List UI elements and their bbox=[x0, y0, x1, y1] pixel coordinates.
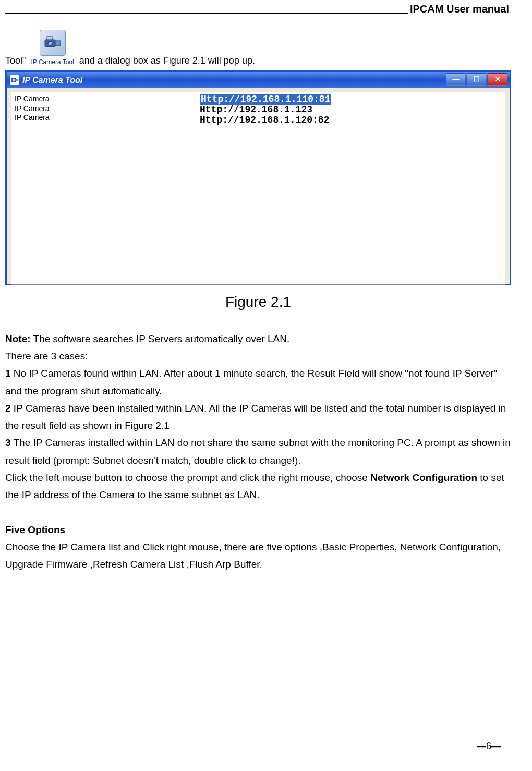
five-options-text: Choose the IP Camera list and Click righ… bbox=[5, 538, 511, 573]
svg-rect-2 bbox=[55, 41, 61, 46]
case1-num: 1 bbox=[5, 368, 11, 379]
note-text: The software searches IP Servers automat… bbox=[31, 333, 290, 344]
svg-rect-3 bbox=[47, 37, 52, 40]
intro-post-text: and a dialog box as Figure 2.1 will pop … bbox=[79, 53, 255, 69]
titlebar-app-icon bbox=[10, 75, 19, 85]
click-text-pre: Click the left mouse button to choose th… bbox=[5, 472, 370, 483]
camera-name-column: IP Camera IP Camera IP Camera bbox=[15, 94, 200, 282]
window-body: IP Camera IP Camera IP Camera Http://192… bbox=[7, 88, 510, 284]
svg-point-1 bbox=[48, 41, 52, 45]
intro-line: Tool" IP Camera Tool and a dialog box as… bbox=[5, 29, 511, 68]
window-close-button[interactable]: ✕ bbox=[488, 73, 507, 86]
network-configuration-label: Network Configuration bbox=[370, 472, 477, 483]
page-header-title: IPCAM User manual bbox=[408, 0, 511, 18]
figure-caption: Figure 2.1 bbox=[5, 290, 511, 315]
window-minimize-button[interactable]: — bbox=[446, 73, 466, 86]
case1-text: No IP Cameras found within LAN. After ab… bbox=[5, 368, 497, 396]
list-item-url[interactable]: Http://192.168.1.120:82 bbox=[200, 115, 331, 126]
page-number: —6— bbox=[477, 738, 501, 754]
list-item[interactable]: IP Camera bbox=[15, 94, 50, 104]
case3-text: The IP Cameras installed within LAN do n… bbox=[5, 437, 511, 465]
ip-camera-tool-shortcut-icon: IP Camera Tool bbox=[30, 29, 75, 68]
list-item-url[interactable]: Http://192.168.1.123 bbox=[200, 105, 331, 115]
ip-camera-tool-window: IP Camera Tool — ☐ ✕ IP Camera IP Camera… bbox=[5, 70, 511, 285]
window-titlebar: IP Camera Tool — ☐ ✕ bbox=[7, 72, 510, 88]
list-item-url[interactable]: Http://192.168.1.110:81 bbox=[200, 94, 331, 105]
icon-caption: IP Camera Tool bbox=[31, 57, 74, 67]
intro-pre-text: Tool" bbox=[5, 53, 26, 69]
window-title: IP Camera Tool bbox=[22, 73, 82, 87]
camera-icon bbox=[40, 30, 66, 56]
case2-num: 2 bbox=[5, 403, 11, 414]
note-label: Note: bbox=[5, 333, 31, 344]
camera-list-area[interactable]: IP Camera IP Camera IP Camera Http://192… bbox=[11, 92, 505, 285]
cases-intro: There are 3 cases: bbox=[5, 347, 511, 365]
camera-url-column: Http://192.168.1.110:81 Http://192.168.1… bbox=[200, 94, 331, 282]
svg-rect-6 bbox=[16, 79, 18, 81]
case2-text: IP Cameras have been installed within LA… bbox=[5, 403, 506, 431]
list-item[interactable]: IP Camera bbox=[15, 113, 200, 123]
svg-point-5 bbox=[13, 79, 15, 81]
five-options-heading: Five Options bbox=[5, 521, 511, 538]
window-maximize-button[interactable]: ☐ bbox=[467, 73, 487, 86]
body-text: Note: The software searches IP Servers a… bbox=[5, 330, 511, 573]
list-item[interactable]: IP Camera bbox=[15, 104, 200, 114]
case3-num: 3 bbox=[5, 437, 11, 448]
